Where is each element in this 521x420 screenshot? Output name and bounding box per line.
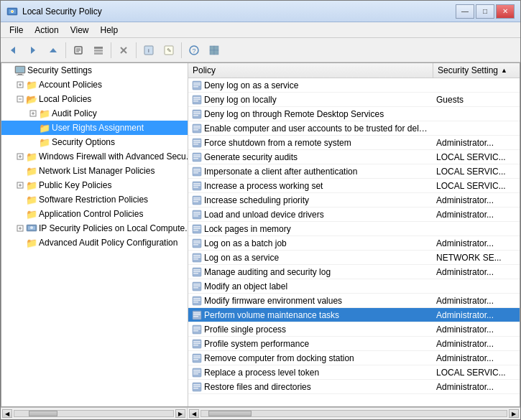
- tree-node-security-settings[interactable]: Security Settings: [1, 63, 188, 78]
- security-col-label: Security Setting: [438, 65, 498, 75]
- tree-node-windows-firewall[interactable]: 📁 Windows Firewall with Advanced Secu...: [1, 149, 188, 164]
- ip-security-label: IP Security Policies on Local Compute...: [39, 223, 188, 233]
- policy-name: Generate security audits: [204, 152, 433, 162]
- tree-node-local-policies[interactable]: 📂 Local Policies: [1, 92, 188, 106]
- scroll-bar-area: ◀ ▶ ◀ ▶: [1, 407, 520, 419]
- policy-value: Administrator...: [433, 195, 520, 205]
- list-row[interactable]: Profile system performance Administrator…: [188, 337, 520, 351]
- expander-audit-policy[interactable]: [27, 108, 39, 119]
- content-area: Security Settings 📁 Account Policies: [1, 62, 520, 407]
- back-button[interactable]: [4, 41, 22, 60]
- expander-account-policies[interactable]: [14, 79, 26, 90]
- svg-rect-68: [193, 141, 200, 143]
- svg-rect-79: [193, 183, 200, 185]
- tree-node-app-control[interactable]: 📁 Application Control Policies: [1, 207, 188, 221]
- properties2-button[interactable]: ✎: [160, 41, 178, 60]
- list-scroll-right-arrow[interactable]: ▶: [509, 409, 519, 418]
- svg-marker-5: [31, 47, 35, 54]
- policy-icon: [190, 337, 204, 351]
- list-row[interactable]: Increase a process working set LOCAL SER…: [188, 179, 520, 193]
- expander-ip-security[interactable]: [14, 223, 26, 234]
- svg-rect-125: [193, 345, 198, 346]
- tree-node-audit-policy[interactable]: 📁 Audit Policy: [1, 106, 188, 121]
- list-row[interactable]: Enable computer and user accounts to be …: [188, 121, 520, 136]
- policy-name: Restore files and directories: [204, 382, 433, 392]
- policy-value: Administrator...: [433, 325, 520, 335]
- policy-name: Perform volume maintenance tasks: [204, 310, 433, 320]
- tree-node-ip-security[interactable]: IP Security Policies on Local Compute...: [1, 221, 188, 235]
- minimize-button[interactable]: —: [456, 4, 474, 19]
- view-list-button[interactable]: [89, 41, 108, 60]
- list-row[interactable]: Remove computer from docking station Adm…: [188, 351, 520, 365]
- list-row[interactable]: Increase scheduling priority Administrat…: [188, 193, 520, 207]
- list-row[interactable]: Profile single process Administrator...: [188, 322, 520, 337]
- scroll-right-arrow[interactable]: ▶: [175, 409, 185, 418]
- security-settings-label: Security Settings: [27, 65, 92, 75]
- expander-windows-firewall[interactable]: [14, 151, 26, 162]
- policy-name: Profile single process: [204, 325, 433, 335]
- expander-public-key[interactable]: [14, 179, 26, 191]
- list-row[interactable]: Deny log on locally Guests: [188, 93, 520, 107]
- up-button[interactable]: [44, 41, 63, 60]
- help-button[interactable]: ?: [185, 41, 203, 60]
- toolbar: i ✎ ?: [1, 38, 520, 62]
- svg-rect-29: [17, 75, 24, 75]
- forward-button[interactable]: [24, 41, 42, 60]
- list-row[interactable]: Replace a process level token LOCAL SERV…: [188, 365, 520, 380]
- list-row[interactable]: Modify firmware environment values Admin…: [188, 294, 520, 308]
- mmc-button[interactable]: [205, 41, 223, 60]
- policy-name: Force shutdown from a remote system: [204, 138, 433, 148]
- list-row[interactable]: Deny log on as a service: [188, 78, 520, 93]
- tree-node-user-rights[interactable]: 📁 User Rights Assignment: [1, 121, 188, 135]
- list-scroll-thumb[interactable]: [208, 411, 252, 416]
- list-row[interactable]: Impersonate a client after authenticatio…: [188, 164, 520, 179]
- list-row[interactable]: Perform volume maintenance tasks Adminis…: [188, 308, 520, 322]
- list-row[interactable]: Generate security audits LOCAL SERVIC...: [188, 150, 520, 164]
- policy-icon: [190, 107, 204, 121]
- list-row[interactable]: Lock pages in memory: [188, 222, 520, 236]
- tree-scroll-thumb[interactable]: [29, 411, 57, 416]
- maximize-button[interactable]: □: [476, 4, 494, 19]
- tree-node-public-key[interactable]: 📁 Public Key Policies: [1, 178, 188, 192]
- menu-view[interactable]: View: [65, 22, 95, 38]
- list-row[interactable]: Force shutdown from a remote system Admi…: [188, 136, 520, 150]
- menu-help[interactable]: Help: [95, 22, 124, 38]
- tree-node-account-policies[interactable]: 📁 Account Policies: [1, 78, 188, 92]
- policy-name: Profile system performance: [204, 339, 433, 349]
- list-row[interactable]: Manage auditing and security log Adminis…: [188, 265, 520, 279]
- list-row[interactable]: Modify an object label: [188, 279, 520, 294]
- list-row[interactable]: Restore files and directories Administra…: [188, 380, 520, 394]
- tree-node-software-restriction[interactable]: 📁 Software Restriction Policies: [1, 192, 188, 207]
- list-row[interactable]: Log on as a service NETWORK SE...: [188, 251, 520, 265]
- list-row[interactable]: Load and unload device drivers Administr…: [188, 207, 520, 222]
- policy-column-header[interactable]: Policy: [188, 63, 433, 78]
- local-policies-label: Local Policies: [39, 94, 91, 104]
- list-scroll-left-arrow[interactable]: ◀: [189, 409, 199, 418]
- expander-local-policies[interactable]: [14, 93, 26, 105]
- list-row[interactable]: Log on as a batch job Administrator...: [188, 236, 520, 251]
- tree-node-network-list[interactable]: 📁 Network List Manager Policies: [1, 164, 188, 178]
- svg-rect-112: [193, 299, 200, 301]
- policy-value: NETWORK SE...: [433, 253, 520, 263]
- menu-action[interactable]: Action: [29, 22, 64, 38]
- properties-button[interactable]: i: [139, 41, 158, 60]
- svg-rect-71: [193, 154, 200, 156]
- svg-rect-72: [193, 156, 200, 157]
- svg-rect-22: [210, 46, 214, 50]
- svg-rect-85: [193, 201, 198, 202]
- svg-rect-13: [94, 52, 103, 55]
- svg-rect-108: [193, 285, 200, 286]
- svg-rect-103: [193, 269, 200, 271]
- tree-node-advanced-audit[interactable]: 📁 Advanced Audit Policy Configuration: [1, 235, 188, 250]
- menu-file[interactable]: File: [4, 22, 29, 38]
- svg-text:?: ?: [192, 47, 195, 55]
- tree-node-security-options[interactable]: 📁 Security Options: [1, 135, 188, 149]
- scroll-left-arrow[interactable]: ◀: [2, 409, 12, 418]
- policy-icon: [190, 121, 204, 136]
- software-restriction-folder-icon: 📁: [26, 194, 37, 205]
- computer-icon: [14, 65, 26, 76]
- export-button[interactable]: [69, 41, 88, 60]
- list-row[interactable]: Deny log on through Remote Desktop Servi…: [188, 107, 520, 121]
- close-button[interactable]: ✕: [496, 4, 515, 19]
- delete-button[interactable]: [114, 41, 133, 60]
